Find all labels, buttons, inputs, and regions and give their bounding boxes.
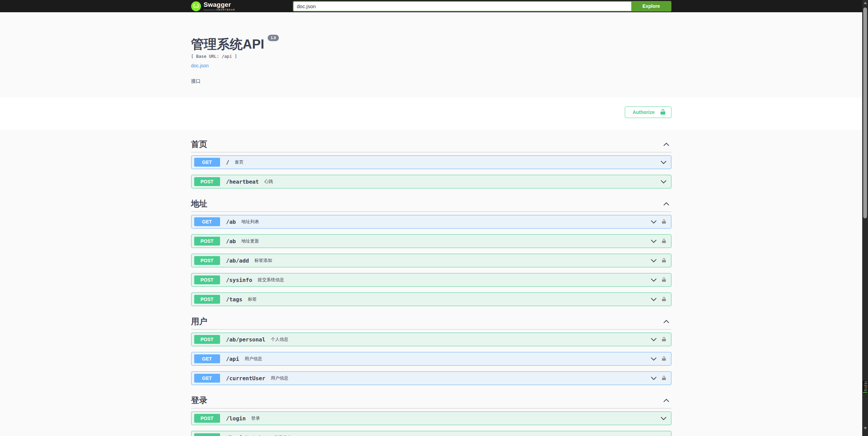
swagger-ui-page: {…} Swagger Supported by SMARTBEAR Explo… bbox=[0, 0, 862, 436]
minimap-line bbox=[864, 389, 867, 389]
operation-summary: 用户信息 bbox=[245, 356, 262, 362]
scroll-up-arrow-icon[interactable] bbox=[864, 2, 867, 4]
minimap-line bbox=[865, 387, 867, 387]
explore-form: Explore bbox=[293, 1, 671, 12]
operation-path: /ab/add bbox=[226, 257, 249, 264]
scroll-minimap bbox=[863, 381, 868, 393]
chevron-down-icon bbox=[651, 278, 657, 282]
operation-row[interactable]: GET /ab 地址列表 bbox=[191, 215, 671, 229]
minimap-line bbox=[864, 385, 867, 386]
smartbear-brand: SMARTBEAR bbox=[216, 9, 235, 11]
operation-path: /tags bbox=[226, 296, 243, 303]
logo-tagline: Supported by SMARTBEAR bbox=[204, 9, 235, 11]
method-badge: POST bbox=[194, 256, 220, 265]
operation-path: /heartbeat bbox=[226, 179, 259, 185]
operation-row[interactable]: POST /ab 地址更新 bbox=[191, 234, 671, 248]
operation-summary: 首页 bbox=[235, 159, 244, 165]
api-section: 地址 GET /ab 地址列表 POST /ab 地址更新 bbox=[191, 199, 671, 306]
unlocked-padlock-icon[interactable] bbox=[661, 375, 667, 381]
minimap-line bbox=[864, 390, 867, 391]
method-badge: GET bbox=[194, 374, 220, 383]
operation-row[interactable]: POST /ab/add 标签添加 bbox=[191, 254, 671, 267]
unlocked-padlock-icon[interactable] bbox=[661, 356, 667, 362]
chevron-down-icon bbox=[651, 357, 657, 361]
operation-row[interactable]: POST /loginbytoken 登录状态 bbox=[191, 431, 671, 436]
operation-path: /ab/personal bbox=[226, 336, 266, 343]
swagger-logo[interactable]: {…} Swagger Supported by SMARTBEAR bbox=[191, 1, 235, 11]
operation-row[interactable]: POST /tags 标签 bbox=[191, 292, 671, 306]
unlocked-padlock-icon[interactable] bbox=[661, 219, 667, 224]
logo-title: Swagger bbox=[204, 1, 235, 8]
operation-summary: 个人信息 bbox=[271, 336, 288, 342]
operation-summary: 地址更新 bbox=[241, 238, 259, 244]
operation-path: /ab bbox=[226, 238, 236, 245]
chevron-up-icon bbox=[663, 142, 669, 146]
operation-row[interactable]: GET /api 用户信息 bbox=[191, 352, 671, 366]
chevron-down-icon bbox=[651, 239, 657, 243]
unlocked-padlock-icon bbox=[660, 109, 666, 116]
chevron-down-icon bbox=[651, 298, 657, 301]
operation-path: /api bbox=[226, 356, 239, 362]
operation-path: /ab bbox=[226, 219, 236, 225]
chevron-down-icon bbox=[651, 259, 657, 263]
section-title: 用户 bbox=[191, 317, 207, 326]
unlocked-padlock-icon[interactable] bbox=[661, 258, 667, 263]
operation-summary: 登录状态 bbox=[274, 435, 292, 436]
chevron-down-icon bbox=[651, 338, 657, 341]
operation-row[interactable]: POST /heartbeat 心跳 bbox=[191, 175, 671, 188]
operations-area: 首页 GET / 首页 POST /heartbeat 心跳 bbox=[0, 130, 862, 436]
section-header[interactable]: 登录 bbox=[191, 396, 671, 408]
authorize-button[interactable]: Authorize bbox=[625, 106, 671, 118]
unlocked-padlock-icon[interactable] bbox=[661, 297, 667, 302]
operation-row[interactable]: POST /ab/personal 个人信息 bbox=[191, 333, 671, 346]
section-header[interactable]: 用户 bbox=[191, 317, 671, 330]
chevron-down-icon bbox=[661, 417, 667, 420]
minimap-line bbox=[863, 392, 867, 393]
api-section: 首页 GET / 首页 POST /heartbeat 心跳 bbox=[191, 140, 671, 188]
section-header[interactable]: 地址 bbox=[191, 199, 671, 212]
operation-summary: 用户信息 bbox=[271, 375, 288, 381]
topbar: {…} Swagger Supported by SMARTBEAR Explo… bbox=[0, 0, 862, 12]
scroll-down-arrow-icon[interactable] bbox=[864, 427, 867, 430]
section-header[interactable]: 首页 bbox=[191, 140, 671, 152]
chevron-down-icon bbox=[651, 220, 657, 224]
operation-path: /login bbox=[226, 415, 246, 422]
chevron-down-icon bbox=[651, 376, 657, 380]
minimap-line bbox=[864, 383, 867, 384]
spec-url-input[interactable] bbox=[293, 1, 631, 12]
chevron-down-icon bbox=[661, 161, 667, 164]
chevron-down-icon bbox=[661, 180, 667, 184]
swagger-logo-icon: {…} bbox=[191, 1, 201, 11]
method-badge: POST bbox=[194, 433, 220, 436]
chevron-up-icon bbox=[663, 320, 669, 323]
method-badge: POST bbox=[194, 295, 220, 304]
method-badge: POST bbox=[194, 275, 220, 284]
version-badge: 1.0 bbox=[268, 35, 279, 41]
operation-summary: 标签添加 bbox=[254, 257, 272, 264]
api-section: 用户 POST /ab/personal 个人信息 GET /api 用户信息 bbox=[191, 317, 671, 385]
scrollbar-thumb[interactable] bbox=[863, 7, 867, 218]
operation-path: / bbox=[226, 159, 230, 166]
operation-summary: 提交系统信息 bbox=[258, 277, 284, 283]
spec-link[interactable]: doc.json bbox=[191, 63, 209, 68]
operation-row[interactable]: POST /login 登录 bbox=[191, 412, 671, 425]
minimap-line bbox=[865, 382, 867, 382]
method-badge: POST bbox=[194, 414, 220, 423]
method-badge: GET bbox=[194, 354, 220, 363]
scrollbar[interactable] bbox=[862, 0, 868, 436]
api-description: 接口 bbox=[191, 78, 671, 84]
operation-summary: 地址列表 bbox=[241, 219, 259, 225]
unlocked-padlock-icon[interactable] bbox=[661, 277, 667, 283]
base-url: [ Base URL: /api ] bbox=[191, 54, 671, 59]
operation-row[interactable]: GET / 首页 bbox=[191, 155, 671, 169]
section-title: 地址 bbox=[191, 199, 207, 208]
api-section: 登录 POST /login 登录 POST /loginbytoken 登录状… bbox=[191, 396, 671, 436]
operation-path: /sysinfo bbox=[226, 277, 252, 283]
operation-row[interactable]: POST /sysinfo 提交系统信息 bbox=[191, 273, 671, 287]
method-badge: POST bbox=[194, 335, 220, 344]
operation-row[interactable]: GET /currentUser 用户信息 bbox=[191, 371, 671, 385]
method-badge: GET bbox=[194, 217, 220, 226]
unlocked-padlock-icon[interactable] bbox=[661, 337, 667, 342]
unlocked-padlock-icon[interactable] bbox=[661, 238, 667, 244]
explore-button[interactable]: Explore bbox=[631, 1, 671, 12]
